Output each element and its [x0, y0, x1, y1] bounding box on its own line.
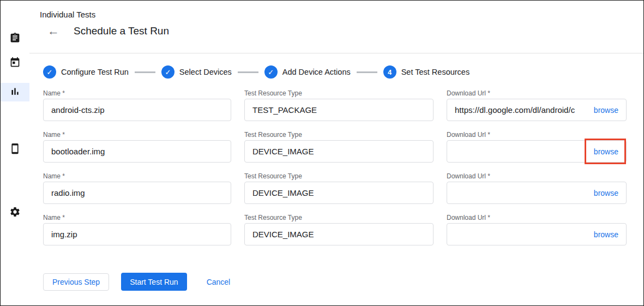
cancel-button[interactable]: Cancel — [207, 278, 231, 286]
sidebar-item-schedule[interactable] — [1, 54, 29, 73]
reports-icon — [9, 86, 21, 99]
back-button[interactable]: ← — [46, 24, 61, 38]
settings-icon — [9, 206, 21, 220]
devices-icon — [9, 143, 21, 157]
browse-link[interactable]: browse — [594, 230, 618, 239]
name-input[interactable]: bootloader.img — [43, 140, 231, 163]
download-url-input[interactable]: https://dl.google.com/dl/android/c brows… — [447, 99, 627, 121]
step-add-device-actions[interactable]: ✓ Add Device Actions — [264, 65, 351, 79]
tests-icon — [9, 32, 21, 46]
field-label: Download Url * — [447, 131, 627, 139]
field-label: Download Url * — [447, 89, 627, 97]
field-label: Name * — [43, 89, 231, 97]
field-label: Name * — [43, 172, 231, 180]
sidebar-item-devices[interactable] — [1, 140, 29, 159]
sidebar-item-tests[interactable] — [1, 29, 29, 48]
browse-link[interactable]: browse — [594, 106, 618, 115]
resource-type-input[interactable]: DEVICE_IMAGE — [244, 140, 434, 163]
test-resources-form: Name * android-cts.zip Test Resource Typ… — [43, 89, 627, 245]
field-label: Test Resource Type — [244, 172, 434, 180]
field-group-type: Test Resource Type DEVICE_IMAGE — [244, 131, 434, 163]
resource-type-input[interactable]: DEVICE_IMAGE — [244, 223, 434, 245]
stepper: ✓ Configure Test Run ✓ Select Devices ✓ … — [43, 65, 643, 79]
schedule-test-run-page: Individual Tests ← Schedule a Test Run ✓… — [0, 0, 644, 306]
step-connector — [135, 71, 155, 73]
field-label: Download Url * — [447, 214, 627, 221]
name-input[interactable]: radio.img — [43, 182, 231, 204]
download-url-input[interactable]: browse — [447, 182, 627, 204]
download-url-input[interactable]: browse — [447, 140, 627, 163]
field-label: Download Url * — [447, 172, 627, 180]
step-check-icon: ✓ — [264, 65, 278, 79]
name-input[interactable]: img.zip — [43, 223, 231, 245]
field-group-type: Test Resource Type DEVICE_IMAGE — [244, 214, 434, 245]
form-actions: Previous Step Start Test Run Cancel — [43, 273, 643, 291]
field-group-name: Name * android-cts.zip — [43, 89, 231, 121]
sidebar-item-settings[interactable] — [1, 203, 29, 222]
step-number-badge: 4 — [383, 65, 396, 79]
field-group-type: Test Resource Type TEST_PACKAGE — [244, 89, 434, 121]
field-group-url: Download Url * https://dl.google.com/dl/… — [447, 89, 627, 121]
previous-step-button[interactable]: Previous Step — [43, 273, 109, 291]
back-arrow-icon: ← — [47, 24, 59, 38]
name-input[interactable]: android-cts.zip — [43, 99, 231, 121]
step-set-test-resources[interactable]: 4 Set Test Resources — [383, 65, 470, 79]
field-group-url: Download Url * browse — [447, 131, 627, 163]
browse-link[interactable]: browse — [594, 189, 618, 197]
section-title: Individual Tests — [40, 10, 643, 19]
step-connector — [238, 71, 258, 73]
page-title: Schedule a Test Run — [74, 25, 169, 37]
browse-link[interactable]: browse — [594, 147, 618, 156]
step-connector — [357, 71, 377, 73]
download-url-value: https://dl.google.com/dl/android/c — [455, 105, 589, 115]
step-select-devices[interactable]: ✓ Select Devices — [161, 65, 232, 79]
download-url-input[interactable]: browse — [447, 223, 627, 245]
resource-type-input[interactable]: TEST_PACKAGE — [244, 99, 434, 121]
sidebar-item-reports[interactable] — [1, 83, 29, 101]
field-label: Name * — [43, 131, 231, 139]
field-label: Test Resource Type — [244, 214, 434, 221]
schedule-icon — [9, 57, 21, 70]
field-label: Name * — [43, 214, 231, 221]
field-group-url: Download Url * browse — [447, 214, 627, 245]
field-group-type: Test Resource Type DEVICE_IMAGE — [244, 172, 434, 204]
field-group-name: Name * bootloader.img — [43, 131, 231, 163]
start-test-run-button[interactable]: Start Test Run — [121, 273, 186, 291]
main-content: Individual Tests ← Schedule a Test Run ✓… — [29, 1, 643, 305]
resource-type-input[interactable]: DEVICE_IMAGE — [244, 182, 434, 204]
field-group-name: Name * radio.img — [43, 172, 231, 204]
field-label: Test Resource Type — [244, 131, 434, 139]
page-header: Individual Tests ← Schedule a Test Run — [29, 1, 643, 53]
step-configure-test-run[interactable]: ✓ Configure Test Run — [43, 65, 129, 79]
step-check-icon: ✓ — [43, 65, 56, 79]
sidebar — [1, 1, 29, 305]
field-label: Test Resource Type — [244, 89, 434, 97]
field-group-url: Download Url * browse — [447, 172, 627, 204]
field-group-name: Name * img.zip — [43, 214, 231, 245]
step-check-icon: ✓ — [161, 65, 174, 79]
